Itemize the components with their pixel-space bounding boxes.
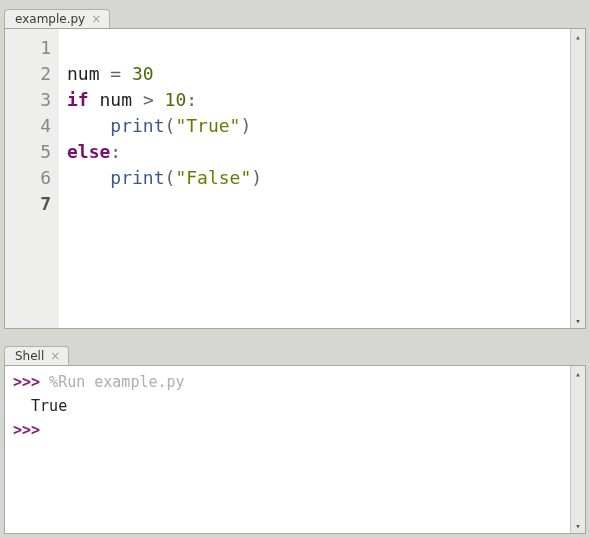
code-line [67, 35, 562, 61]
line-number: 1 [5, 35, 51, 61]
scroll-up-icon[interactable]: ▴ [571, 366, 585, 381]
line-number: 5 [5, 139, 51, 165]
line-number: 6 [5, 165, 51, 191]
shell-line: >>> [13, 418, 562, 442]
shell-run-command: %Run example.py [40, 373, 185, 391]
shell-scrollbar[interactable]: ▴ ▾ [570, 366, 585, 533]
editor-content: 1 2 3 4 5 6 7 num = 30if num > 10: print… [4, 28, 586, 329]
shell-prompt: >>> [13, 421, 40, 439]
scroll-up-icon[interactable]: ▴ [571, 29, 585, 44]
shell-tab[interactable]: Shell × [4, 346, 69, 365]
editor-panel: example.py × 1 2 3 4 5 6 7 num = 30if nu… [0, 0, 590, 333]
code-line [67, 191, 562, 217]
code-line: num = 30 [67, 61, 562, 87]
shell-tab-label: Shell [15, 349, 44, 363]
code-line: else: [67, 139, 562, 165]
scrollbar-track[interactable] [571, 44, 585, 313]
line-number: 4 [5, 113, 51, 139]
scroll-down-icon[interactable]: ▾ [571, 518, 585, 533]
code-editor[interactable]: num = 30if num > 10: print("True")else: … [59, 29, 570, 328]
shell-tab-row: Shell × [4, 341, 586, 365]
line-number-gutter: 1 2 3 4 5 6 7 [5, 29, 59, 328]
editor-scrollbar[interactable]: ▴ ▾ [570, 29, 585, 328]
line-number: 7 [5, 191, 51, 217]
code-line: if num > 10: [67, 87, 562, 113]
shell-panel: Shell × >>> %Run example.py True >>> ▴ ▾ [0, 337, 590, 538]
shell-prompt: >>> [13, 373, 40, 391]
scroll-down-icon[interactable]: ▾ [571, 313, 585, 328]
line-number: 3 [5, 87, 51, 113]
shell-content: >>> %Run example.py True >>> ▴ ▾ [4, 365, 586, 534]
shell-line: >>> %Run example.py [13, 370, 562, 394]
code-line: print("True") [67, 113, 562, 139]
close-icon[interactable]: × [50, 350, 60, 362]
close-icon[interactable]: × [91, 13, 101, 25]
editor-tab-row: example.py × [4, 4, 586, 28]
line-number: 2 [5, 61, 51, 87]
editor-tab-label: example.py [15, 12, 85, 26]
code-line: print("False") [67, 165, 562, 191]
editor-tab[interactable]: example.py × [4, 9, 110, 28]
scrollbar-track[interactable] [571, 381, 585, 518]
shell-output-area[interactable]: >>> %Run example.py True >>> [5, 366, 570, 533]
shell-output: True [13, 394, 562, 418]
